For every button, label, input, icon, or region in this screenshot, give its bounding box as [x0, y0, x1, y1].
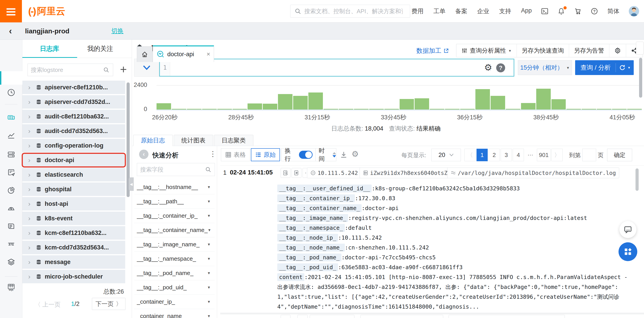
histogram-bar[interactable] — [414, 98, 429, 109]
log-context-view-button[interactable] — [281, 168, 290, 178]
histogram-bar[interactable] — [521, 103, 536, 109]
pie-chart-icon[interactable] — [7, 186, 15, 194]
chevron-down-icon[interactable]: ▼ — [207, 200, 215, 204]
logstore-list-item[interactable]: ›audit-c8ef1210ba632... — [22, 110, 125, 123]
download-icon[interactable] — [340, 151, 348, 158]
log-field-key[interactable]: __tag__:_container_ip_ — [277, 194, 355, 202]
logstore-name[interactable]: audit-cdd7d352d563... — [45, 128, 108, 135]
chevron-down-icon[interactable]: ▼ — [207, 243, 215, 247]
help-icon[interactable]: ? — [591, 8, 598, 15]
add-logstore-button[interactable]: + — [117, 64, 130, 76]
log-field[interactable]: content:2021-02-24 15:41:05.101 [http-ni… — [277, 272, 630, 312]
quick-analysis-field[interactable]: _container_name_▼ — [134, 309, 215, 318]
expand-chevron-icon[interactable]: › — [28, 113, 36, 120]
histogram-bar[interactable] — [490, 96, 505, 109]
logstore-nav-icon[interactable] — [7, 113, 15, 122]
logstore-name[interactable]: apiserver-cdd7d352d... — [45, 99, 110, 105]
app-grid-button[interactable] — [618, 242, 637, 261]
expand-chevron-icon[interactable]: › — [28, 229, 36, 237]
tab-doctor-api[interactable]: doctor-api × — [153, 46, 214, 62]
prev-page-button[interactable]: 〈 上一页 — [35, 300, 60, 308]
log-field-key[interactable]: content — [277, 273, 304, 281]
chevron-down-icon[interactable]: ▼ — [208, 228, 215, 232]
logstore-list-item[interactable]: ›kcm-c8ef1210ba632... — [22, 226, 125, 240]
tab-statistics-charts[interactable]: 统计图表 — [174, 135, 213, 146]
quick-analysis-field[interactable]: _container_ip_▼ — [134, 295, 215, 309]
chevron-down-icon[interactable]: ▼ — [207, 271, 215, 275]
expand-chevron-icon[interactable]: › — [28, 244, 36, 251]
expand-chevron-icon[interactable]: › — [28, 156, 36, 164]
query-analyze-button[interactable]: 查询 / 分析 ▼ — [575, 60, 634, 75]
log-field[interactable]: __tag__:_pod_uid_:636e5883-ac03-4dae-a90… — [277, 262, 630, 272]
log-settings-gear-icon[interactable]: ⚙ — [352, 149, 359, 158]
logstore-list-item[interactable]: ›k8s-event — [22, 212, 125, 225]
storage-icon[interactable] — [7, 150, 15, 158]
logpath-chip[interactable]: /var/log/java/hospitalDoctor/hospitalDoc… — [447, 168, 619, 178]
tab-raw-logs[interactable]: 原始日志 — [133, 135, 173, 146]
alert-icon[interactable] — [7, 204, 15, 212]
sql-console-icon[interactable]: SQL — [7, 283, 15, 291]
log-field[interactable]: __tag__:_image_name_:registry-vpc.cn-she… — [277, 213, 630, 223]
global-search-input[interactable] — [304, 8, 403, 15]
histogram-bar[interactable] — [400, 99, 414, 109]
histogram-bar[interactable] — [156, 103, 171, 109]
close-icon[interactable]: × — [206, 51, 210, 58]
switch-project-link[interactable]: 切换 — [111, 22, 124, 40]
logstore-name[interactable]: ghospital — [45, 186, 72, 193]
logstore-name[interactable]: kcm-c8ef1210ba632... — [45, 230, 106, 236]
quick-analysis-field[interactable]: __tag__:_image_name_▼ — [134, 237, 215, 252]
next-page-button[interactable]: 下一页〉 — [92, 298, 126, 310]
field-search[interactable] — [137, 163, 202, 176]
time-sort-button[interactable] — [332, 152, 336, 157]
logstore-list-item[interactable]: ›message — [22, 255, 125, 269]
confirm-button[interactable]: 确定 — [607, 149, 632, 161]
log-field[interactable]: __tag__:_node_name_:cn-shenzhen.10.111.5… — [277, 243, 630, 253]
logstore-list-item[interactable]: ›apiserver-cdd7d352d... — [22, 95, 125, 109]
logstore-name[interactable]: host-api — [45, 200, 68, 207]
page-button[interactable]: 901 — [537, 149, 550, 161]
editor-gear-icon[interactable]: ⚙ — [484, 63, 492, 72]
settings-gear-button[interactable] — [609, 44, 626, 57]
log-field-key[interactable]: __tag__:_pod_uid_ — [277, 263, 338, 271]
save-quick-query-button[interactable]: 另存为快速查询 — [517, 44, 569, 57]
logbook-icon[interactable] — [7, 222, 15, 230]
quick-analysis-field[interactable]: __tag__:_container_ip_▼ — [134, 209, 215, 223]
panel-collapse-handle[interactable]: ◀ — [129, 177, 134, 191]
quick-analysis-field[interactable]: __tag__:__path__▼ — [134, 194, 215, 209]
chevron-down-icon[interactable]: ▼ — [628, 66, 630, 69]
tab-logstore[interactable]: 日志库 — [40, 40, 59, 58]
histogram-bar[interactable] — [293, 96, 308, 109]
logstore-list-item[interactable]: ›doctor-api — [22, 153, 125, 167]
expand-chevron-icon[interactable]: › — [28, 171, 36, 179]
quick-analysis-field[interactable]: __tag__:__hostname__▼ — [134, 180, 215, 194]
log-field[interactable]: __tag__:_container_ip_:172.30.0.83 — [277, 194, 630, 203]
wrap-toggle[interactable] — [299, 151, 313, 159]
kebab-menu-icon[interactable]: ⋮ — [209, 149, 216, 158]
chevron-down-icon[interactable]: ▼ — [207, 214, 215, 218]
histogram-bar[interactable] — [308, 92, 323, 109]
chevron-down-icon[interactable]: ▼ — [207, 185, 215, 189]
histogram[interactable] — [156, 85, 642, 109]
logstore-list-item[interactable]: ›elasticsearch — [22, 168, 125, 181]
raw-view-button[interactable]: 原始 — [251, 148, 280, 161]
quick-analysis-field[interactable]: __tag__:_namespace_▼ — [134, 252, 215, 266]
logstore-name[interactable]: k8s-event — [45, 215, 73, 222]
tab-log-clustering[interactable]: 日志聚类 — [214, 135, 253, 146]
logstore-name[interactable]: message — [45, 259, 71, 266]
expand-chevron-icon[interactable]: › — [28, 273, 36, 280]
connector-icon[interactable] — [7, 240, 15, 248]
histogram-bar[interactable] — [278, 94, 292, 109]
global-search[interactable] — [290, 5, 410, 18]
log-field[interactable]: __tag__:__user_defined_id__:k8s-group-c8… — [277, 184, 630, 194]
logstore-search-button[interactable] — [99, 64, 113, 76]
log-field[interactable]: __tag__:_pod_name_:doctor-api-7c7cc5b495… — [277, 253, 630, 262]
log-field-key[interactable]: __tag__:_pod_name_ — [277, 253, 342, 261]
goto-page-input[interactable] — [582, 149, 596, 161]
recent-clock-icon[interactable] — [7, 88, 15, 96]
expand-chevron-icon[interactable]: › — [28, 258, 36, 266]
terminal-icon[interactable] — [541, 8, 548, 15]
sort-asc-icon[interactable] — [332, 152, 336, 154]
field-search-button[interactable] — [202, 163, 215, 176]
avatar[interactable] — [629, 6, 639, 16]
logstore-search[interactable] — [28, 64, 100, 76]
